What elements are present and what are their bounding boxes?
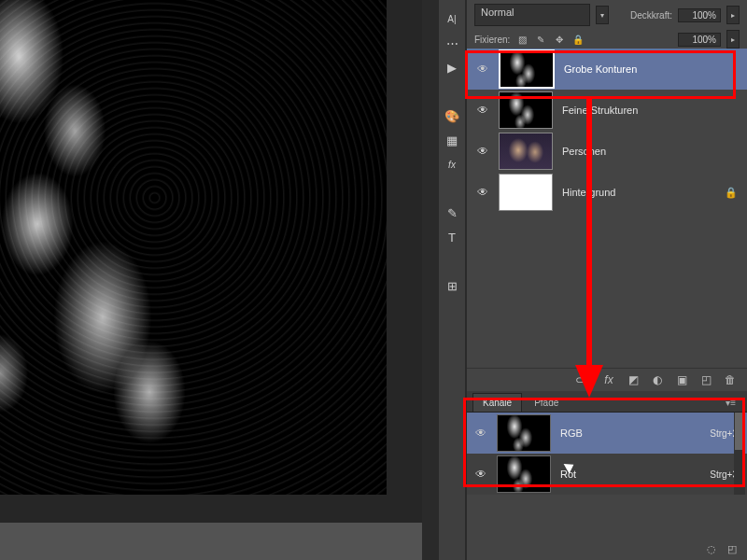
layer-name[interactable]: Hintergrund <box>562 187 615 198</box>
document-preview[interactable] <box>0 0 387 495</box>
layer-row[interactable]: 👁 Feine Strukturen <box>467 90 747 131</box>
group-icon[interactable]: ▣ <box>674 372 689 387</box>
load-selection-icon[interactable]: ◌ <box>707 543 716 555</box>
visibility-toggle-icon[interactable]: 👁 <box>474 468 487 481</box>
layer-thumbnail[interactable] <box>499 133 553 170</box>
visibility-toggle-icon[interactable]: 👁 <box>476 63 489 76</box>
panel-menu-icon[interactable]: ▾≡ <box>720 394 741 412</box>
lock-label: Fixieren: <box>474 35 510 45</box>
link-icon[interactable]: ⊂⊃ <box>577 372 592 387</box>
channel-thumbnail[interactable] <box>497 455 551 493</box>
channel-name: Rot <box>560 469 700 480</box>
opacity-label: Deckkraft: <box>630 10 672 21</box>
blend-mode-select[interactable]: Normal <box>474 4 590 26</box>
channels-list: 👁 RGB Strg+2 👁 Rot Strg+3 <box>467 413 747 495</box>
options-icon[interactable]: ⋯ <box>443 34 461 52</box>
lock-transparent-icon[interactable]: ▨ <box>515 33 529 46</box>
layer-thumbnail[interactable] <box>499 174 553 211</box>
brush-icon[interactable]: ✎ <box>443 203 461 222</box>
type-tool-icon[interactable]: A| <box>443 9 461 28</box>
swatches-icon[interactable]: 🎨 <box>443 106 461 125</box>
side-toolstrip: A| ⋯ ▶ 🎨 ▦ fx ✎ T ⊞ <box>439 0 465 560</box>
panel-icon[interactable]: ⊞ <box>443 276 461 295</box>
channel-row[interactable]: 👁 Rot Strg+3 <box>467 454 747 495</box>
lock-paint-icon[interactable]: ✎ <box>534 33 547 46</box>
play-icon[interactable]: ▶ <box>443 58 461 77</box>
grid-icon[interactable]: ▦ <box>443 131 461 149</box>
layer-name[interactable]: Feine Strukturen <box>562 105 638 116</box>
adjustment-icon[interactable]: ◐ <box>650 372 665 387</box>
opacity-dropdown-icon[interactable]: ▸ <box>726 6 740 24</box>
tab-paths[interactable]: Pfade <box>524 393 569 412</box>
text-icon[interactable]: T <box>443 228 461 246</box>
layers-header: Normal ▾ Deckkraft: 100% ▸ <box>467 0 747 30</box>
lock-row: Fixieren: ▨ ✎ ✥ 🔒 100% ▸ <box>467 30 747 49</box>
layers-list: 👁 Grobe Konturen 👁 Feine Strukturen 👁 Pe… <box>467 49 747 213</box>
layer-row[interactable]: 👁 Grobe Konturen <box>467 49 747 90</box>
layers-footer: ⊂⊃ fx ◩ ◐ ▣ ◰ 🗑 <box>467 369 747 391</box>
lock-icon: 🔒 <box>725 187 738 199</box>
new-layer-icon[interactable]: ◰ <box>698 372 713 387</box>
channel-row[interactable]: 👁 RGB Strg+2 <box>467 413 747 454</box>
visibility-toggle-icon[interactable]: 👁 <box>476 104 489 117</box>
visibility-toggle-icon[interactable]: 👁 <box>476 145 489 158</box>
opacity-input[interactable]: 100% <box>678 8 721 22</box>
layer-thumbnail[interactable] <box>499 49 555 89</box>
fx-icon[interactable]: fx <box>443 155 461 174</box>
lock-position-icon[interactable]: ✥ <box>553 33 566 46</box>
mask-icon[interactable]: ◩ <box>626 372 641 387</box>
channels-scrollbar[interactable] <box>734 413 745 495</box>
fill-dropdown-icon[interactable]: ▸ <box>726 30 740 49</box>
canvas-bg-strip <box>0 523 422 560</box>
layer-name[interactable]: Personen <box>562 146 606 157</box>
new-channel-icon[interactable]: ◰ <box>727 543 737 555</box>
layer-name[interactable]: Grobe Konturen <box>564 63 637 75</box>
trash-icon[interactable]: 🗑 <box>723 372 738 387</box>
layer-thumbnail[interactable] <box>499 91 553 129</box>
channels-tab-bar: Kanäle Pfade ▾≡ <box>467 391 747 413</box>
lock-all-icon[interactable]: 🔒 <box>571 33 585 46</box>
channel-name: RGB <box>560 427 700 439</box>
canvas-area <box>0 0 422 523</box>
channels-footer: ◌ ◰ 🗑 <box>467 538 747 560</box>
fill-input[interactable]: 100% <box>678 33 721 47</box>
blend-mode-dropdown-icon[interactable]: ▾ <box>596 6 609 24</box>
layer-row[interactable]: 👁 Personen <box>467 131 747 172</box>
tab-channels[interactable]: Kanäle <box>472 393 522 412</box>
right-panels: Normal ▾ Deckkraft: 100% ▸ Fixieren: ▨ ✎… <box>467 0 747 560</box>
visibility-toggle-icon[interactable]: 👁 <box>476 186 489 199</box>
channel-thumbnail[interactable] <box>497 414 551 452</box>
visibility-toggle-icon[interactable]: 👁 <box>474 427 487 440</box>
layer-row[interactable]: 👁 Hintergrund 🔒 <box>467 172 747 213</box>
fx-icon[interactable]: fx <box>601 372 616 387</box>
layers-empty-area <box>467 213 747 369</box>
